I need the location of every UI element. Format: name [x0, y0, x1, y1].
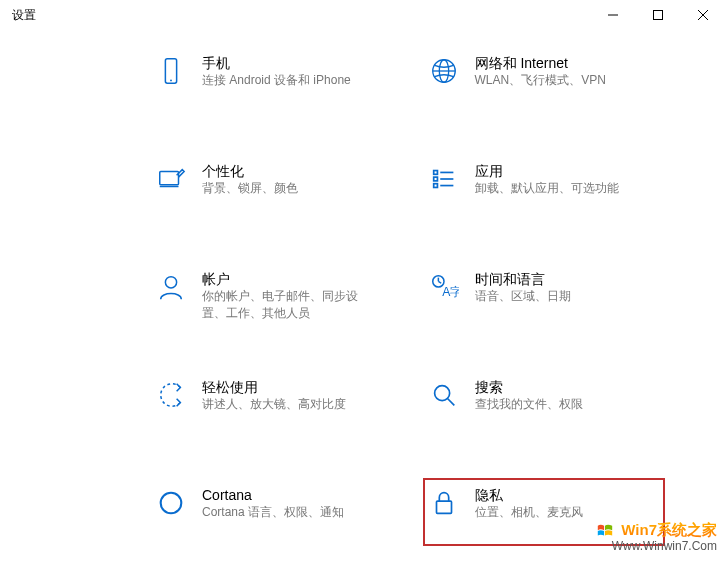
- tile-search[interactable]: 搜索 查找我的文件、权限: [423, 370, 666, 438]
- tile-title: 搜索: [475, 378, 583, 396]
- watermark: Win7系统之家 Www.Winwin7.Com: [596, 520, 717, 555]
- title-bar: 设置: [0, 0, 725, 30]
- tile-title: 时间和语言: [475, 270, 571, 288]
- svg-point-17: [165, 277, 176, 288]
- lock-icon: [427, 486, 461, 520]
- tile-title: 个性化: [202, 162, 298, 180]
- watermark-line1: Win7系统之家: [621, 521, 717, 538]
- tile-phone[interactable]: 手机 连接 Android 设备和 iPhone: [150, 46, 393, 114]
- svg-point-5: [170, 79, 172, 81]
- apps-list-icon: [427, 162, 461, 196]
- window-title: 设置: [12, 7, 590, 24]
- svg-rect-9: [160, 172, 179, 185]
- window-controls: [590, 0, 725, 30]
- svg-rect-13: [433, 177, 437, 181]
- svg-rect-25: [436, 501, 451, 513]
- svg-line-20: [438, 281, 441, 283]
- svg-rect-1: [653, 11, 662, 20]
- tile-accounts[interactable]: 帐户 你的帐户、电子邮件、同步设置、工作、其他人员: [150, 262, 393, 330]
- tile-subtitle: 讲述人、放大镜、高对比度: [202, 396, 346, 413]
- tile-title: 应用: [475, 162, 619, 180]
- tile-title: 隐私: [475, 486, 583, 504]
- tile-subtitle: WLAN、飞行模式、VPN: [475, 72, 606, 89]
- svg-rect-15: [433, 184, 437, 188]
- tile-subtitle: 语音、区域、日期: [475, 288, 571, 305]
- language-icon: A字: [427, 270, 461, 304]
- windows-flag-icon: [596, 523, 614, 539]
- tile-subtitle: 连接 Android 设备和 iPhone: [202, 72, 351, 89]
- tile-subtitle: 背景、锁屏、颜色: [202, 180, 298, 197]
- svg-text:A字: A字: [442, 285, 459, 299]
- ease-of-access-icon: [154, 378, 188, 412]
- tile-cortana[interactable]: Cortana Cortana 语言、权限、通知: [150, 478, 393, 546]
- minimize-button[interactable]: [590, 0, 635, 30]
- tile-apps[interactable]: 应用 卸载、默认应用、可选功能: [423, 154, 666, 222]
- watermark-line2: Www.Winwin7.Com: [596, 539, 717, 555]
- svg-rect-11: [433, 171, 437, 175]
- svg-point-24: [161, 493, 182, 514]
- tile-time-language[interactable]: A字 时间和语言 语音、区域、日期: [423, 262, 666, 330]
- tile-subtitle: 卸载、默认应用、可选功能: [475, 180, 619, 197]
- maximize-button[interactable]: [635, 0, 680, 30]
- paintbrush-icon: [154, 162, 188, 196]
- tile-subtitle: 你的帐户、电子邮件、同步设置、工作、其他人员: [202, 288, 362, 322]
- tile-personalization[interactable]: 个性化 背景、锁屏、颜色: [150, 154, 393, 222]
- tile-title: 轻松使用: [202, 378, 346, 396]
- person-icon: [154, 270, 188, 304]
- tile-title: Cortana: [202, 486, 344, 504]
- tile-ease-of-access[interactable]: 轻松使用 讲述人、放大镜、高对比度: [150, 370, 393, 438]
- tile-title: 手机: [202, 54, 351, 72]
- tile-subtitle: 查找我的文件、权限: [475, 396, 583, 413]
- svg-line-23: [447, 399, 454, 406]
- cortana-icon: [154, 486, 188, 520]
- tile-subtitle: Cortana 语言、权限、通知: [202, 504, 344, 521]
- tile-title: 帐户: [202, 270, 362, 288]
- globe-icon: [427, 54, 461, 88]
- svg-point-22: [434, 386, 449, 401]
- phone-icon: [154, 54, 188, 88]
- settings-grid: 手机 连接 Android 设备和 iPhone 网络和 Internet WL…: [0, 30, 725, 561]
- tile-network[interactable]: 网络和 Internet WLAN、飞行模式、VPN: [423, 46, 666, 114]
- close-button[interactable]: [680, 0, 725, 30]
- tile-title: 网络和 Internet: [475, 54, 606, 72]
- tile-subtitle: 位置、相机、麦克风: [475, 504, 583, 521]
- search-icon: [427, 378, 461, 412]
